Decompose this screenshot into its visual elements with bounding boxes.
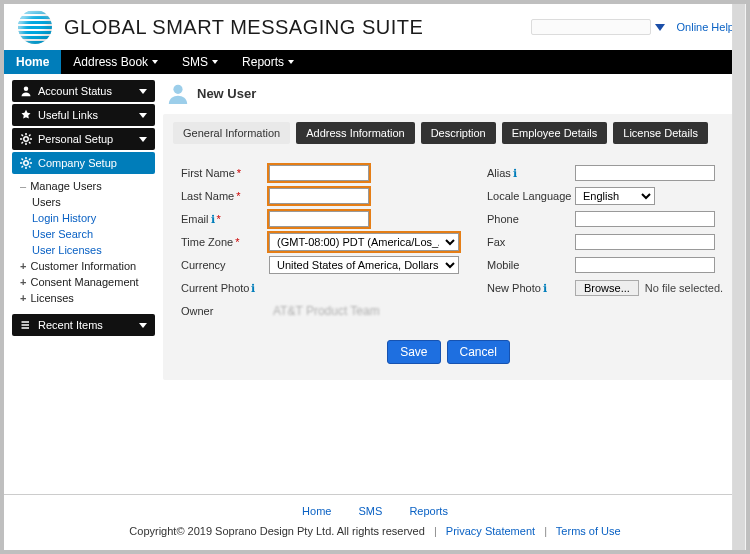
chevron-down-icon xyxy=(288,60,294,64)
tab-general[interactable]: General Information xyxy=(173,122,290,144)
cancel-button[interactable]: Cancel xyxy=(447,340,510,364)
nav-home[interactable]: Home xyxy=(4,50,61,74)
no-file-label: No file selected. xyxy=(645,282,723,294)
sidebar-item-consent-management[interactable]: +Consent Management xyxy=(20,274,151,290)
svg-rect-19 xyxy=(22,321,30,323)
button-row: Save Cancel xyxy=(173,340,724,364)
chevron-down-icon xyxy=(139,89,147,94)
form-col-left: First Name* Last Name* Emailℹ* xyxy=(181,160,459,324)
sidebar-item-user-search[interactable]: User Search xyxy=(20,226,151,242)
scrollbar-thumb[interactable] xyxy=(733,4,745,550)
browse-button[interactable]: Browse... xyxy=(575,280,639,296)
sidebar-personal-setup[interactable]: Personal Setup xyxy=(12,128,155,150)
tab-description[interactable]: Description xyxy=(421,122,496,144)
sidebar-item-user-licenses[interactable]: User Licenses xyxy=(20,242,151,258)
email-label: Emailℹ* xyxy=(181,213,269,226)
save-button[interactable]: Save xyxy=(387,340,440,364)
sidebar-item-customer-information[interactable]: +Customer Information xyxy=(20,258,151,274)
currency-select[interactable]: United States of America, Dollars xyxy=(269,256,459,274)
chevron-down-icon xyxy=(139,113,147,118)
footer-terms-link[interactable]: Terms of Use xyxy=(556,525,621,537)
mobile-label: Mobile xyxy=(487,259,575,271)
app-frame: GLOBAL SMART MESSAGING SUITE Online Help… xyxy=(0,0,750,554)
svg-point-10 xyxy=(24,161,29,166)
tab-employee[interactable]: Employee Details xyxy=(502,122,608,144)
phone-label: Phone xyxy=(487,213,575,225)
locale-select[interactable]: English xyxy=(575,187,655,205)
svg-line-15 xyxy=(22,159,24,161)
footer-link-reports[interactable]: Reports xyxy=(409,505,448,517)
new-photo-label: New Photoℹ xyxy=(487,282,575,295)
footer-privacy-link[interactable]: Privacy Statement xyxy=(446,525,535,537)
sidebar-useful-links-label: Useful Links xyxy=(38,109,98,121)
svg-line-18 xyxy=(22,166,24,168)
svg-point-22 xyxy=(173,85,182,94)
sidebar-sublist: –Manage Users Users Login History User S… xyxy=(8,176,159,312)
svg-line-6 xyxy=(22,135,24,137)
svg-point-0 xyxy=(24,87,29,92)
sidebar-item-licenses[interactable]: +Licenses xyxy=(20,290,151,306)
nav-address-book-label: Address Book xyxy=(73,55,148,69)
scroll-area: GLOBAL SMART MESSAGING SUITE Online Help… xyxy=(4,4,746,550)
nav-home-label: Home xyxy=(16,55,49,69)
chevron-down-icon xyxy=(212,60,218,64)
info-icon: ℹ xyxy=(251,282,255,294)
sidebar-useful-links[interactable]: Useful Links xyxy=(12,104,155,126)
time-zone-select[interactable]: (GMT-08:00) PDT (America/Los_Angeles) xyxy=(269,233,459,251)
page-header: New User xyxy=(163,78,734,114)
form: First Name* Last Name* Emailℹ* xyxy=(173,154,724,326)
tab-address[interactable]: Address Information xyxy=(296,122,414,144)
chevron-down-icon xyxy=(139,323,147,328)
svg-line-16 xyxy=(29,166,31,168)
app-title: GLOBAL SMART MESSAGING SUITE xyxy=(64,16,423,39)
mobile-input[interactable] xyxy=(575,257,715,273)
nav-reports[interactable]: Reports xyxy=(230,50,306,74)
footer-link-sms[interactable]: SMS xyxy=(358,505,382,517)
page-title: New User xyxy=(197,86,256,101)
footer: Home SMS Reports Copyright© 2019 Soprano… xyxy=(4,494,746,547)
sidebar-item-login-history[interactable]: Login History xyxy=(20,210,151,226)
sidebar-recent-items[interactable]: Recent Items xyxy=(12,314,155,336)
alias-input[interactable] xyxy=(575,165,715,181)
first-name-input[interactable] xyxy=(269,165,369,181)
nav-reports-label: Reports xyxy=(242,55,284,69)
last-name-label: Last Name* xyxy=(181,190,269,202)
nav-sms-label: SMS xyxy=(182,55,208,69)
svg-rect-20 xyxy=(22,324,30,326)
svg-point-1 xyxy=(24,137,29,142)
svg-line-17 xyxy=(29,159,31,161)
tab-license[interactable]: License Details xyxy=(613,122,708,144)
footer-link-home[interactable]: Home xyxy=(302,505,331,517)
nav-sms[interactable]: SMS xyxy=(170,50,230,74)
svg-line-7 xyxy=(29,142,31,144)
main: New User General Information Address Inf… xyxy=(159,74,746,494)
sidebar-item-users[interactable]: Users xyxy=(20,194,151,210)
phone-input[interactable] xyxy=(575,211,715,227)
header: GLOBAL SMART MESSAGING SUITE Online Help xyxy=(4,4,746,50)
fax-input[interactable] xyxy=(575,234,715,250)
sidebar-item-manage-users[interactable]: –Manage Users xyxy=(20,178,151,194)
last-name-input[interactable] xyxy=(269,188,369,204)
time-zone-label: Time Zone* xyxy=(181,236,269,248)
fax-label: Fax xyxy=(487,236,575,248)
user-menu[interactable] xyxy=(531,19,665,35)
sidebar-account-status[interactable]: Account Status xyxy=(12,80,155,102)
scrollbar[interactable] xyxy=(732,4,746,550)
footer-legal: Copyright© 2019 Soprano Design Pty Ltd. … xyxy=(4,523,746,547)
gear-icon xyxy=(20,157,32,169)
sidebar-recent-items-label: Recent Items xyxy=(38,319,103,331)
alias-label: Aliasℹ xyxy=(487,167,575,180)
caret-down-icon xyxy=(655,24,665,31)
user-chip xyxy=(531,19,651,35)
panel: General Information Address Information … xyxy=(163,114,734,380)
gear-icon xyxy=(20,133,32,145)
email-input[interactable] xyxy=(269,211,369,227)
online-help-link[interactable]: Online Help xyxy=(677,21,734,33)
file-picker: Browse... No file selected. xyxy=(575,280,723,296)
footer-links: Home SMS Reports xyxy=(4,505,746,517)
chevron-down-icon xyxy=(152,60,158,64)
primary-nav: Home Address Book SMS Reports xyxy=(4,50,746,74)
nav-address-book[interactable]: Address Book xyxy=(61,50,170,74)
sidebar-personal-setup-label: Personal Setup xyxy=(38,133,113,145)
sidebar-company-setup[interactable]: Company Setup xyxy=(12,152,155,174)
